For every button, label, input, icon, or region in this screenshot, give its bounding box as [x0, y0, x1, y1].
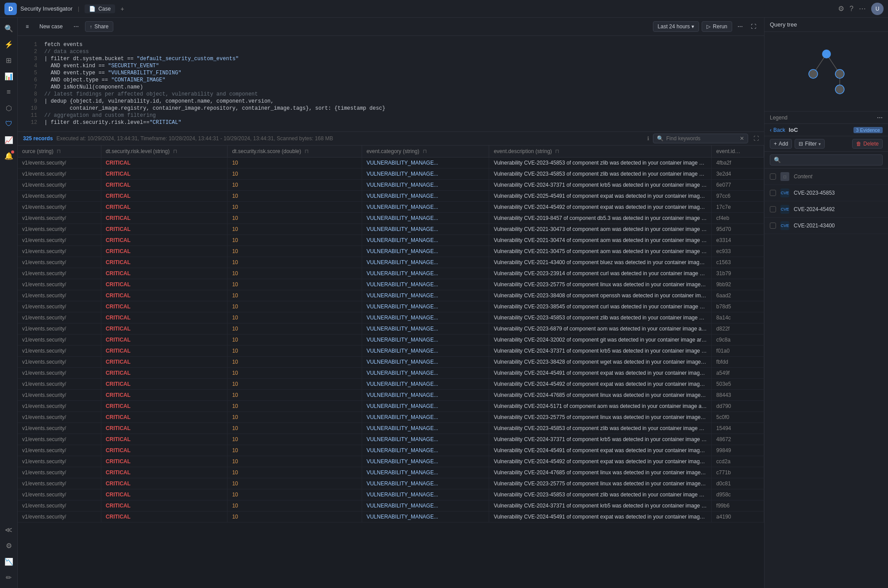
- sidebar-icon-security[interactable]: 🛡: [2, 117, 16, 131]
- col-event-id[interactable]: event.id…: [712, 146, 764, 158]
- sidebar-icon-logs[interactable]: ≡: [2, 85, 16, 99]
- col-source[interactable]: ource (string) ⊓: [18, 146, 101, 158]
- table-row[interactable]: v1/events.security/ CRITICAL 10 VULNERAB…: [18, 379, 764, 390]
- results-expand-icon[interactable]: ⛶: [753, 135, 759, 142]
- code-line-2: 2 // data access: [18, 48, 764, 55]
- cell-event-category: VULNERABILITY_MANAGE...: [362, 158, 489, 169]
- table-row[interactable]: v1/events.security/ CRITICAL 10 VULNERAB…: [18, 467, 764, 478]
- table-row[interactable]: v1/events.security/ CRITICAL 10 VULNERAB…: [18, 257, 764, 268]
- table-row[interactable]: v1/events.security/ CRITICAL 10 VULNERAB…: [18, 478, 764, 489]
- panel-search: 🔍: [764, 152, 888, 169]
- table-row[interactable]: v1/events.security/ CRITICAL 10 VULNERAB…: [18, 202, 764, 213]
- sidebar-icon-analytics[interactable]: 📉: [2, 554, 16, 569]
- cell-description: Vulnerability CVE-2023-45853 of componen…: [489, 312, 712, 323]
- cell-risk-level: CRITICAL: [101, 235, 228, 246]
- filter-label: Filter: [805, 141, 817, 147]
- table-row[interactable]: v1/events.security/ CRITICAL 10 VULNERAB…: [18, 235, 764, 246]
- expand-button[interactable]: ⛶: [748, 22, 759, 31]
- table-row[interactable]: v1/events.security/ CRITICAL 10 VULNERAB…: [18, 445, 764, 456]
- cell-risk-level: CRITICAL: [101, 301, 228, 312]
- cell-description: Vulnerability CVE-2023-25775 of componen…: [489, 412, 712, 423]
- code-line-12: 12 | filter dt.security.risk.level=="CRI…: [18, 119, 764, 126]
- table-row[interactable]: v1/events.security/ CRITICAL 10 VULNERAB…: [18, 323, 764, 334]
- table-row[interactable]: v1/events.security/ CRITICAL 10 VULNERAB…: [18, 290, 764, 301]
- sidebar-icon-metrics[interactable]: 📈: [2, 133, 16, 147]
- keyword-search-input[interactable]: [666, 135, 737, 142]
- cell-event-id: dd790: [712, 401, 764, 412]
- active-tab[interactable]: 📄 Case: [85, 4, 115, 13]
- table-row[interactable]: v1/events.security/ CRITICAL 10 VULNERAB…: [18, 390, 764, 401]
- settings-icon[interactable]: ⚙: [838, 4, 844, 13]
- table-row[interactable]: v1/events.security/ CRITICAL 10 VULNERAB…: [18, 489, 764, 500]
- table-row[interactable]: v1/events.security/ CRITICAL 10 VULNERAB…: [18, 191, 764, 202]
- collapse-panel-button[interactable]: ≡: [23, 22, 31, 31]
- table-row[interactable]: v1/events.security/ CRITICAL 10 VULNERAB…: [18, 357, 764, 368]
- new-tab-button[interactable]: +: [119, 5, 126, 12]
- table-row[interactable]: v1/events.security/ CRITICAL 10 VULNERAB…: [18, 279, 764, 290]
- table-row[interactable]: v1/events.security/ CRITICAL 10 VULNERAB…: [18, 423, 764, 434]
- table-row[interactable]: v1/events.security/ CRITICAL 10 VULNERAB…: [18, 434, 764, 445]
- sidebar-icon-collapse[interactable]: ≪: [2, 523, 16, 537]
- back-button[interactable]: ‹ Back: [770, 127, 785, 133]
- table-row[interactable]: v1/events.security/ CRITICAL 10 VULNERAB…: [18, 268, 764, 279]
- table-row[interactable]: v1/events.security/ CRITICAL 10 VULNERAB…: [18, 180, 764, 191]
- cell-description: Vulnerability CVE-2024-47685 of componen…: [489, 390, 712, 401]
- search-clear-icon[interactable]: ✕: [740, 135, 744, 142]
- table-row[interactable]: v1/events.security/ CRITICAL 10 VULNERAB…: [18, 412, 764, 423]
- col-event-description[interactable]: event.description (string) ⊓: [489, 146, 712, 158]
- sidebar-icon-alerts[interactable]: 🔔: [2, 149, 16, 163]
- help-icon[interactable]: ?: [849, 5, 853, 13]
- sidebar-icon-dashboard[interactable]: 📊: [2, 69, 16, 83]
- table-row[interactable]: v1/events.security/ CRITICAL 10 VULNERAB…: [18, 158, 764, 169]
- table-row[interactable]: v1/events.security/ CRITICAL 10 VULNERAB…: [18, 456, 764, 467]
- sidebar-icon-settings[interactable]: ⚙: [2, 538, 16, 553]
- table-row[interactable]: v1/events.security/ CRITICAL 10 VULNERAB…: [18, 312, 764, 323]
- col-event-category[interactable]: event.category (string) ⊓: [362, 146, 489, 158]
- add-button[interactable]: + Add: [770, 139, 792, 149]
- table-row[interactable]: v1/events.security/ CRITICAL 10 VULNERAB…: [18, 500, 764, 511]
- col-risk-level[interactable]: dt.security.risk.level (string) ⊓: [101, 146, 228, 158]
- svg-point-5: [835, 69, 844, 78]
- sidebar-icon-activity[interactable]: ⚡: [2, 37, 16, 51]
- filter-button[interactable]: ⊟ Filter ▾: [795, 139, 825, 149]
- table-row[interactable]: v1/events.security/ CRITICAL 10 VULNERAB…: [18, 169, 764, 180]
- cell-description: Vulnerability CVE-2024-45492 of componen…: [489, 379, 712, 390]
- col-risk-score[interactable]: dt.security.risk.score (double) ⊓: [228, 146, 362, 158]
- cell-event-id: f01a0: [712, 346, 764, 357]
- sidebar-icon-search[interactable]: 🔍: [2, 21, 16, 35]
- toolbar-more-button[interactable]: ⋯: [71, 22, 81, 31]
- evidence-item-3[interactable]: CVE CVE-2021-43400: [764, 218, 888, 234]
- cve1-checkbox[interactable]: [770, 190, 776, 196]
- sidebar-icon-grid[interactable]: ⊞: [2, 53, 16, 67]
- panel-search-input[interactable]: [784, 157, 879, 163]
- table-row[interactable]: v1/events.security/ CRITICAL 10 VULNERAB…: [18, 334, 764, 346]
- legend-more-icon[interactable]: ⋯: [877, 114, 883, 121]
- rerun-button[interactable]: ▷ Rerun: [702, 21, 732, 32]
- table-row[interactable]: v1/events.security/ CRITICAL 10 VULNERAB…: [18, 224, 764, 235]
- cve2-checkbox[interactable]: [770, 206, 776, 212]
- more-icon[interactable]: ⋯: [859, 4, 866, 13]
- table-row[interactable]: v1/events.security/ CRITICAL 10 VULNERAB…: [18, 346, 764, 357]
- rerun-more-button[interactable]: ⋯: [735, 22, 745, 31]
- cve3-label: CVE-2021-43400: [794, 223, 835, 229]
- delete-button[interactable]: 🗑 Delete: [852, 139, 883, 149]
- content-checkbox[interactable]: [770, 173, 776, 180]
- evidence-item-2[interactable]: CVE CVE-2024-45492: [764, 201, 888, 218]
- table-row[interactable]: v1/events.security/ CRITICAL 10 VULNERAB…: [18, 213, 764, 224]
- cell-event-category: VULNERABILITY_MANAGE...: [362, 246, 489, 257]
- share-button[interactable]: ↑ Share: [85, 21, 114, 32]
- table-row[interactable]: v1/events.security/ CRITICAL 10 VULNERAB…: [18, 301, 764, 312]
- table-row[interactable]: v1/events.security/ CRITICAL 10 VULNERAB…: [18, 368, 764, 379]
- new-case-button[interactable]: New case: [35, 22, 67, 31]
- time-selector[interactable]: Last 24 hours ▾: [653, 21, 699, 32]
- cell-event-category: VULNERABILITY_MANAGE...: [362, 169, 489, 180]
- table-row[interactable]: v1/events.security/ CRITICAL 10 VULNERAB…: [18, 401, 764, 412]
- table-row[interactable]: v1/events.security/ CRITICAL 10 VULNERAB…: [18, 246, 764, 257]
- user-avatar[interactable]: U: [871, 3, 884, 15]
- sidebar-icon-topology[interactable]: ⬡: [2, 101, 16, 115]
- sidebar-icon-edit[interactable]: ✏: [2, 570, 16, 584]
- code-editor[interactable]: 1 fetch events 2 // data access 3 | filt…: [18, 36, 764, 132]
- evidence-item-1[interactable]: CVE CVE-2023-45853: [764, 185, 888, 201]
- cve3-checkbox[interactable]: [770, 223, 776, 229]
- table-row[interactable]: v1/events.security/ CRITICAL 10 VULNERAB…: [18, 511, 764, 523]
